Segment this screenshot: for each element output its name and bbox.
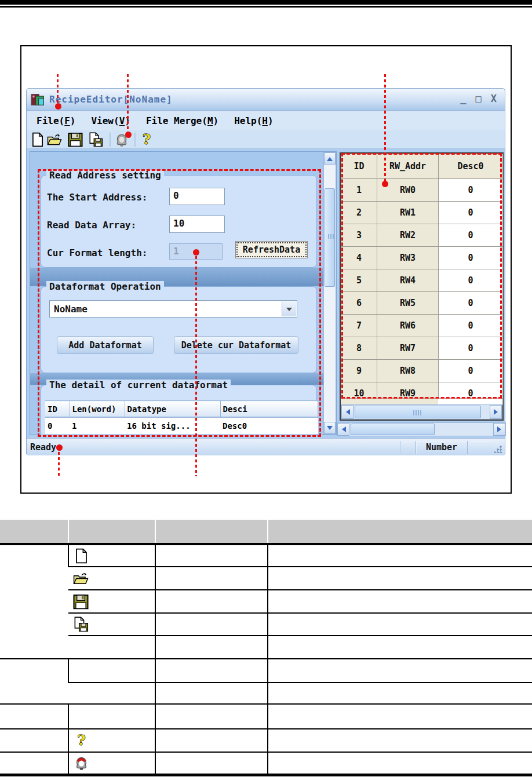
legend-cell [155,704,268,729]
scroll-right-button[interactable] [490,405,502,419]
help-icon: ? [68,729,155,752]
annotation-rect-grid [341,153,502,399]
hscrollbar-thumb[interactable] [355,406,481,418]
legend-header-cell [68,520,155,544]
menu-item-m[interactable]: File Merge(M) [146,115,218,126]
toolbar-separator [110,133,111,147]
left-panel-vscrollbar[interactable] [323,152,336,435]
table-row [0,636,532,659]
new-document-icon [68,544,155,567]
annotation-dot-title [55,103,61,110]
legend-cell [268,636,532,659]
page-top-rule-thin [0,6,532,8]
legend-category-cell [0,729,68,752]
recipe-gear-red-icon [68,752,155,775]
legend-cell [268,729,532,752]
scroll-left-button[interactable] [337,423,349,436]
scroll-up-button[interactable] [324,152,336,165]
svg-text:?: ? [143,132,151,147]
scroll-left-button[interactable] [341,405,354,419]
titlebar: RecipeEditor[NoName] _ □ X [27,89,505,111]
legend-cell [68,683,155,704]
legend-header-cell [268,520,532,544]
maximize-button[interactable]: □ [476,93,482,104]
legend-cell [155,683,268,704]
open-folder-icon [68,567,155,590]
legend-cell [155,613,268,636]
status-section [400,441,416,454]
table-row [0,590,532,613]
legend-cell [155,729,268,752]
status-section [467,441,494,454]
legend-table: ? [0,520,532,776]
legend-cell [268,544,532,567]
annotation-line-format-length [195,256,197,476]
legend-cell [155,752,268,775]
legend-header-cell [155,520,268,544]
legend-cell [268,704,532,729]
legend-header-row [0,520,532,544]
status-bar: Ready Number [27,438,505,455]
scroll-down-button[interactable] [324,422,336,434]
table-row [0,567,532,590]
window-controls: _ □ X [460,93,497,104]
legend-category-cell [0,659,68,704]
table-row [0,613,532,636]
annotation-line-gear [127,74,129,132]
grid-hscrollbar[interactable] [341,404,502,419]
menu-item-h[interactable]: Help(H) [234,115,273,126]
annotation-dot-grid [382,181,388,187]
resize-grip[interactable] [494,445,502,453]
menu-item-v[interactable]: View(V) [91,115,130,126]
legend-cell [155,659,268,683]
save-as-icon[interactable] [88,132,103,147]
hscrollbar-thumb[interactable] [351,424,435,435]
table-row [0,659,532,683]
minimize-button[interactable]: _ [460,93,466,104]
save-icon[interactable] [68,132,83,147]
annotation-dot-ready [56,444,63,451]
legend-cell [268,590,532,613]
legend-cell [155,590,268,613]
open-folder-icon[interactable] [47,132,62,147]
legend-cell [268,567,532,590]
legend-cell [68,659,155,683]
legend-cell [268,752,532,775]
save-as-icon [68,613,155,636]
annotation-dot-format-length [193,249,199,256]
status-number-section: Number [416,441,467,454]
legend-cell [155,636,268,659]
annotation-line-title [57,74,59,104]
legend-cell [68,704,155,729]
legend-cell [68,636,155,659]
annotation-dot-gear [125,132,132,138]
toolbar-separator [134,133,136,147]
close-button[interactable]: X [491,93,497,104]
toolbar: ? [27,130,505,149]
table-row [0,704,532,729]
legend-header-cell [0,520,68,544]
table-row [0,683,532,704]
vscrollbar-thumb[interactable] [325,188,335,287]
table-row: ? [0,729,532,752]
legend-cell [268,613,532,636]
legend-cell [155,567,268,590]
new-document-icon[interactable] [30,132,45,147]
annotation-line-ready [58,452,60,476]
scroll-right-button[interactable] [493,423,505,436]
legend-category-cell [0,544,68,659]
window-title: RecipeEditor[NoName] [49,94,173,105]
table-row [0,544,532,567]
legend-cell [155,544,268,567]
help-icon[interactable]: ? [139,132,154,147]
menu-item-f[interactable]: File(F) [37,115,75,126]
save-icon [68,590,155,613]
legend-cell [268,659,532,683]
svg-text:?: ? [77,733,86,749]
app-icon [31,93,45,107]
legend-category-cell [0,752,68,775]
legend-category-cell [0,704,68,729]
annotation-rect-left-panel [38,169,321,437]
page-top-rule-thick [0,0,532,5]
right-pane-hscrollbar[interactable] [337,422,506,436]
